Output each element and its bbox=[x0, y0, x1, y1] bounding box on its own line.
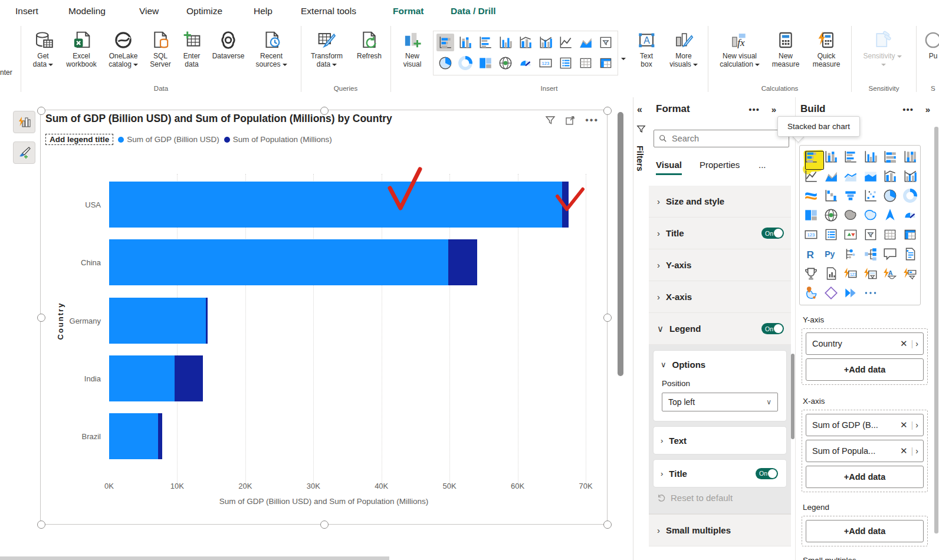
build-pane-scrollbar[interactable] bbox=[934, 127, 938, 533]
gallery-qa-icon[interactable] bbox=[882, 246, 898, 262]
format-section-legend[interactable]: ∨ LegendOn bbox=[649, 313, 791, 345]
add-data-button[interactable]: +Add data bbox=[806, 520, 924, 542]
selection-handle[interactable] bbox=[320, 521, 329, 529]
bar-germany-population[interactable] bbox=[206, 298, 208, 344]
bar-china[interactable] bbox=[109, 239, 477, 285]
ribbon-visual-multi-row-card-icon[interactable] bbox=[557, 54, 574, 72]
menu-help[interactable]: Help bbox=[251, 0, 275, 22]
bar-india[interactable] bbox=[109, 355, 203, 401]
gallery-donut-icon[interactable] bbox=[902, 187, 918, 204]
format-visual-button[interactable] bbox=[13, 141, 35, 164]
gallery-waterfall-icon[interactable] bbox=[823, 187, 839, 204]
bar-germany[interactable] bbox=[109, 298, 208, 344]
ribbon-visual-treemap-icon[interactable] bbox=[477, 54, 494, 72]
remove-field-icon[interactable]: ✕ bbox=[900, 420, 908, 430]
menu-view[interactable]: View bbox=[137, 0, 161, 22]
gallery-100-stacked-bar-icon[interactable] bbox=[882, 149, 898, 165]
format-pane-expand-icon[interactable]: » bbox=[771, 104, 776, 114]
position-dropdown[interactable]: Top left∨ bbox=[662, 393, 778, 411]
add-data-button[interactable]: +Add data bbox=[806, 358, 924, 381]
ribbon-transform-data-button[interactable]: Transformdata bbox=[304, 28, 349, 68]
gallery-metrics-icon[interactable] bbox=[803, 265, 819, 282]
format-section-title[interactable]: › TitleOn bbox=[649, 218, 791, 249]
stacked-bar-chart-visual[interactable]: Sum of GDP (Billion USD) and Sum of Popu… bbox=[40, 110, 608, 525]
search-input[interactable] bbox=[671, 133, 767, 144]
field-pill[interactable]: Sum of GDP (B... ✕ | › bbox=[806, 414, 924, 436]
gallery-new-card-icon[interactable]: 123 bbox=[842, 265, 859, 282]
gallery-text-slicer-icon[interactable]: A bbox=[882, 265, 898, 282]
build-pane-more-icon[interactable]: ••• bbox=[902, 104, 914, 114]
field-options-chevron-icon[interactable]: › bbox=[915, 446, 918, 456]
gallery-gauge-icon[interactable] bbox=[902, 207, 918, 223]
report-canvas[interactable]: Sum of GDP (Billion USD) and Sum of Popu… bbox=[0, 97, 633, 560]
format-tab-visual[interactable]: Visual bbox=[656, 160, 682, 175]
bar-brazil-gdp[interactable] bbox=[109, 413, 158, 459]
gallery-more-dots-icon[interactable] bbox=[862, 285, 879, 301]
format-section-size-and-style[interactable]: › Size and style bbox=[649, 186, 791, 218]
gallery-filled-map-icon[interactable] bbox=[842, 207, 859, 223]
gallery-stacked-bar-icon[interactable] bbox=[803, 149, 819, 165]
add-data-button[interactable]: +Add data bbox=[806, 466, 924, 488]
ribbon-more-visuals-button[interactable]: Morevisuals bbox=[662, 28, 705, 68]
selection-handle[interactable] bbox=[320, 107, 329, 115]
ribbon-new-visual-calculation-button[interactable]: fx New visualcalculation bbox=[711, 28, 768, 68]
ribbon-visual-area-icon[interactable] bbox=[577, 34, 595, 51]
gallery-100-stacked-area-icon[interactable] bbox=[862, 168, 879, 185]
bar-china-population[interactable] bbox=[448, 239, 478, 285]
legend-title-prompt[interactable]: Add legend title bbox=[45, 134, 113, 145]
ribbon-new-visual-button[interactable]: Newvisual bbox=[395, 28, 429, 68]
remove-field-icon[interactable]: ✕ bbox=[900, 338, 908, 349]
format-section-small-multiples[interactable]: ›Small multiples bbox=[649, 514, 791, 546]
ribbon-new-measure-button[interactable]: Newmeasure bbox=[768, 28, 803, 68]
gallery-line-icon[interactable] bbox=[803, 168, 819, 185]
gallery-funnel-icon[interactable] bbox=[842, 187, 859, 204]
field-options-chevron-icon[interactable]: › bbox=[915, 339, 918, 348]
ribbon-enter-data-button[interactable]: Enterdata bbox=[176, 28, 208, 68]
menu-format[interactable]: Format bbox=[390, 0, 426, 22]
field-options-chevron-icon[interactable]: › bbox=[915, 420, 918, 430]
ribbon-gallery-more-chevron[interactable] bbox=[619, 53, 626, 64]
ribbon-visual-slicer-icon[interactable] bbox=[597, 34, 615, 51]
ribbon-text-box-button[interactable]: A Textbox bbox=[631, 28, 662, 68]
ribbon-publish-button-clipped[interactable]: Pu bbox=[921, 28, 939, 60]
bar-brazil[interactable] bbox=[109, 413, 162, 459]
filters-funnel-icon[interactable] bbox=[636, 124, 646, 134]
gallery-power-automate-icon[interactable] bbox=[823, 285, 839, 301]
on-toggle[interactable]: On bbox=[761, 323, 784, 334]
format-section-x-axis[interactable]: › X-axis bbox=[649, 281, 791, 313]
ribbon-visual-donut-icon[interactable] bbox=[457, 54, 474, 72]
bar-china-gdp[interactable] bbox=[109, 239, 448, 285]
gallery-python-icon[interactable]: Py bbox=[823, 246, 839, 262]
ribbon-visual-map-icon[interactable] bbox=[497, 54, 514, 72]
ribbon-visual-line-icon[interactable] bbox=[557, 34, 574, 51]
ribbon-visual-line-stacked-column-icon[interactable] bbox=[517, 34, 534, 51]
ribbon-excel-workbook-button[interactable]: Excelworkbook bbox=[61, 28, 101, 68]
gallery-arcgis-map-icon[interactable] bbox=[803, 285, 819, 301]
selection-handle[interactable] bbox=[603, 107, 612, 115]
format-search-box[interactable] bbox=[654, 130, 789, 147]
ribbon-visual-card-icon[interactable]: 123 bbox=[537, 54, 554, 72]
menu-insert[interactable]: Insert bbox=[13, 0, 41, 22]
gallery-matrix-icon[interactable] bbox=[902, 226, 918, 243]
ribbon-recent-sources-button[interactable]: Recentsources bbox=[249, 28, 294, 68]
bar-germany-gdp[interactable] bbox=[109, 298, 206, 344]
format-tab-properties[interactable]: Properties bbox=[700, 160, 740, 170]
bar-usa-population[interactable] bbox=[562, 182, 569, 228]
gallery-map-icon[interactable] bbox=[823, 207, 839, 223]
gallery-line-clustered-column-icon[interactable] bbox=[902, 168, 918, 185]
filters-rail-label[interactable]: Filters bbox=[635, 146, 645, 172]
ribbon-onelake-catalog-button[interactable]: OneLakecatalog bbox=[101, 28, 145, 68]
ribbon-visual-matrix-icon[interactable] bbox=[597, 54, 615, 72]
legend-title-card[interactable]: ›TitleOn bbox=[654, 460, 786, 487]
canvas-vertical-scrollbar[interactable] bbox=[618, 112, 623, 376]
menu-optimize[interactable]: Optimize bbox=[184, 0, 225, 22]
gallery-azure-map-icon[interactable] bbox=[882, 207, 898, 223]
ribbon-visual-stacked-column-icon[interactable] bbox=[457, 34, 474, 51]
build-pane-expand-icon[interactable]: » bbox=[925, 104, 930, 114]
gallery-line-stacked-column-icon[interactable] bbox=[882, 168, 898, 185]
ribbon-visual-line-clustered-column-icon[interactable] bbox=[537, 34, 554, 51]
gallery-clustered-column-icon[interactable] bbox=[862, 149, 879, 165]
legend-item[interactable]: Sum of GDP (Billion USD) bbox=[118, 135, 219, 144]
bar-brazil-population[interactable] bbox=[158, 413, 162, 459]
gallery-kpi-icon[interactable] bbox=[842, 226, 859, 243]
